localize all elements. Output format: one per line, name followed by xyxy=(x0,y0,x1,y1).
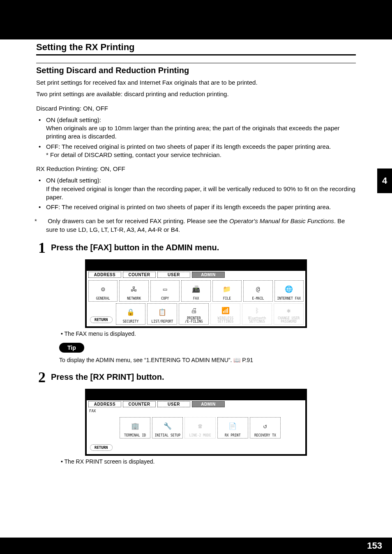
btn-internet-fax[interactable]: 🌐INTERNET FAX xyxy=(274,280,304,302)
step-1-note: The FAX menu is displayed. xyxy=(61,330,356,337)
drawer-footnote: * Only drawers can be set for received F… xyxy=(36,217,356,234)
fax-icon: 📠 xyxy=(192,282,200,297)
printer-efiling-icon: 🖨 xyxy=(191,305,197,317)
discard-list: ON (default setting): When originals are… xyxy=(36,116,356,159)
step-2-title: Press the [RX PRINT] button. xyxy=(51,370,164,382)
btn-rx-print[interactable]: 📄RX PRINT xyxy=(217,417,248,439)
page-number: 153 xyxy=(367,540,382,551)
step-1-number: 1 xyxy=(36,240,48,255)
tab-user[interactable]: USER xyxy=(157,272,190,278)
heading-rule xyxy=(36,54,356,55)
security-icon: 🔒 xyxy=(127,305,135,320)
btn-copy[interactable]: ▭COPY xyxy=(150,280,180,302)
intro-p2: Two print settings are available: discar… xyxy=(36,90,356,98)
discard-heading: Discard Printing: ON, OFF xyxy=(36,104,356,113)
network-icon: 🖧 xyxy=(131,282,137,297)
tab-counter[interactable]: COUNTER xyxy=(123,272,156,278)
tab2-counter[interactable]: COUNTER xyxy=(123,401,156,407)
screenshot-fax-menu: ADDRESS COUNTER USER ADMIN FAX 🏢TERMINAL… xyxy=(85,389,307,456)
btn-general[interactable]: ⚙GENERAL xyxy=(88,280,118,302)
rx-list: ON (default setting): If the received or… xyxy=(36,176,356,211)
btn-terminal-id[interactable]: 🏢TERMINAL ID xyxy=(120,417,150,439)
rx-print-icon: 📄 xyxy=(228,418,237,434)
btn-line2-mode: ☎LINE-2 MODE xyxy=(184,417,215,439)
terminal-id-icon: 🏢 xyxy=(131,418,139,434)
list-report-icon: 📋 xyxy=(158,305,166,320)
password-icon: ✱ xyxy=(287,305,291,317)
discard-off-text: OFF: The received original is printed on… xyxy=(46,143,331,150)
intro-p1: Set print settings for received fax and … xyxy=(36,78,356,87)
step-1-title: Press the [FAX] button in the ADMIN menu… xyxy=(51,240,219,252)
btn-change-password: ✱CHANGE USER PASSWORD xyxy=(274,303,304,325)
btn-recovery-tx[interactable]: ↺RECOVERY TX xyxy=(250,417,281,439)
recovery-tx-icon: ↺ xyxy=(263,418,267,434)
rx-on-label: ON (default setting): xyxy=(46,177,101,184)
general-icon: ⚙ xyxy=(101,282,105,297)
tip-text: To display the ADMIN menu, see “1.ENTERI… xyxy=(59,357,356,363)
btn-printer-efiling[interactable]: 🖨PRINTER /E-FILING xyxy=(179,303,209,325)
file-icon: 📁 xyxy=(223,282,231,297)
tab2-address[interactable]: ADDRESS xyxy=(88,401,121,407)
rx-off-text: OFF: The received original is printed on… xyxy=(36,203,356,211)
rx-heading: RX Reduction Printing: ON, OFF xyxy=(36,165,356,173)
btn-return-2[interactable]: RETURN xyxy=(90,444,113,451)
bluetooth-icon: ᛒ xyxy=(255,305,259,317)
section-heading: Setting Discard and Reduction Printing xyxy=(36,63,356,75)
discard-on-label: ON (default setting): xyxy=(46,116,101,123)
btn-email[interactable]: @E-MAIL xyxy=(243,280,272,302)
discard-note: * For detail of DISCARD setting, contact… xyxy=(46,151,221,158)
step-1: 1 Press the [FAX] button in the ADMIN me… xyxy=(36,240,356,255)
step-2-number: 2 xyxy=(36,370,48,385)
fax-sublabel: FAX xyxy=(87,408,305,414)
top-black-bar xyxy=(0,0,392,39)
tip-badge: Tip xyxy=(59,343,84,353)
footnote-prefix: Only drawers can be set for received FAX… xyxy=(48,217,229,224)
page-heading: Setting the RX Printing xyxy=(36,42,356,53)
rx-on-text: If the received original is longer than … xyxy=(46,185,355,201)
btn-list-report[interactable]: 📋LIST/REPORT xyxy=(147,303,177,325)
tab-admin[interactable]: ADMIN xyxy=(192,272,225,278)
btn-file[interactable]: 📁FILE xyxy=(212,280,242,302)
step-2-note: The RX PRINT screen is displayed. xyxy=(61,458,356,465)
line2-icon: ☎ xyxy=(198,418,202,434)
tab2-user[interactable]: USER xyxy=(157,401,190,407)
btn-initial-setup[interactable]: 🔧INITIAL SETUP xyxy=(152,417,183,439)
btn-bluetooth: ᛒBluetooth SETTINGS xyxy=(242,303,272,325)
screenshot-admin-menu: ADDRESS COUNTER USER ADMIN ⚙GENERAL 🖧NET… xyxy=(85,259,307,328)
chapter-tab: 4 xyxy=(377,169,392,193)
footnote-italic: Operator's Manual for Basic Functions xyxy=(229,217,334,224)
email-icon: @ xyxy=(256,282,260,297)
page-footer: 153 xyxy=(0,538,392,554)
tab-address[interactable]: ADDRESS xyxy=(88,272,121,278)
btn-network[interactable]: 🖧NETWORK xyxy=(119,280,148,302)
wireless-icon: 📶 xyxy=(221,305,230,317)
book-icon: 📖 xyxy=(233,357,240,363)
copy-icon: ▭ xyxy=(163,282,167,297)
btn-wireless: 📶WIRELESS SETTINGS xyxy=(210,303,240,325)
btn-security[interactable]: 🔒SECURITY xyxy=(116,303,146,325)
btn-return-1[interactable]: RETURN xyxy=(90,316,113,323)
internet-fax-icon: 🌐 xyxy=(285,282,293,297)
initial-setup-icon: 🔧 xyxy=(164,418,172,434)
discard-on-text: When originals are up to 10mm larger tha… xyxy=(46,125,340,140)
tab2-admin[interactable]: ADMIN xyxy=(192,401,225,407)
step-2: 2 Press the [RX PRINT] button. xyxy=(36,370,356,385)
btn-fax[interactable]: 📠FAX xyxy=(181,280,210,302)
